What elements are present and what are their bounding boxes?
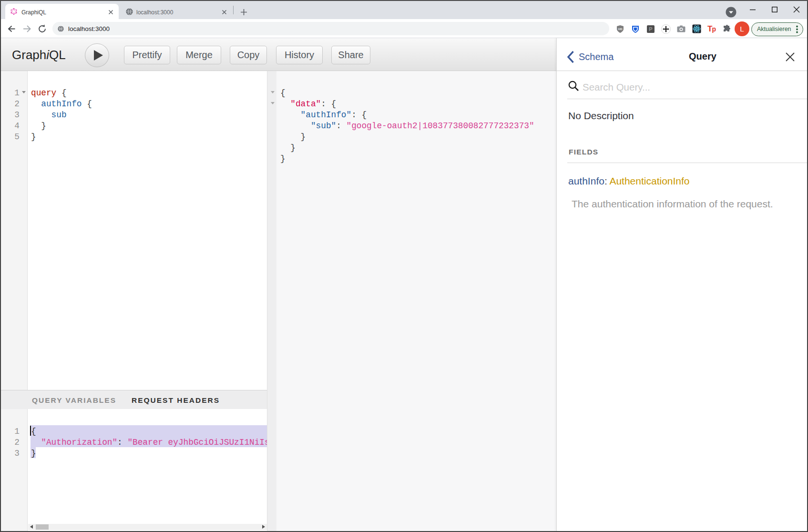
svg-text:UO: UO [618,28,623,31]
svg-text:P: P [649,26,652,32]
